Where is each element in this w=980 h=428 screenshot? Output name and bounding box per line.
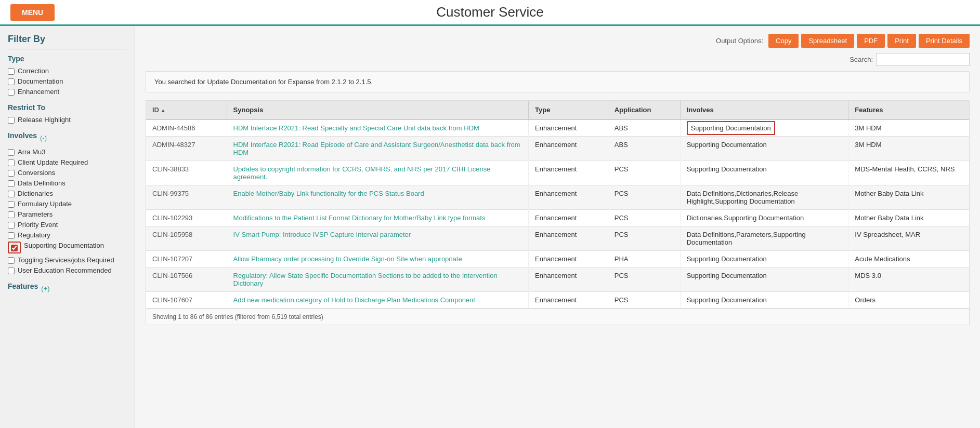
- row-id: CLIN-105958: [146, 226, 227, 251]
- sidebar-item-formulary-update[interactable]: Formulary Update: [8, 200, 127, 208]
- row-features: MDS-Mental Health, CCRS, NRS: [848, 161, 969, 185]
- sidebar-item-documentation[interactable]: Documentation: [8, 77, 127, 85]
- sidebar-item-dictionaries[interactable]: Dictionaries: [8, 190, 127, 197]
- regulatory-checkbox[interactable]: [8, 232, 15, 239]
- pdf-button[interactable]: PDF: [857, 34, 885, 48]
- correction-checkbox[interactable]: [8, 68, 15, 75]
- spreadsheet-button[interactable]: Spreadsheet: [801, 34, 854, 48]
- dictionaries-label: Dictionaries: [18, 190, 53, 197]
- release-highlight-checkbox[interactable]: [8, 117, 15, 124]
- row-application: ABS: [608, 119, 680, 137]
- features-modifier[interactable]: (+): [41, 285, 49, 292]
- synopsis-link[interactable]: Add new medication category of Hold to D…: [233, 296, 475, 304]
- search-input[interactable]: [876, 53, 970, 66]
- application-column-header[interactable]: Application: [608, 101, 680, 119]
- sidebar-item-enhancement[interactable]: Enhancement: [8, 88, 127, 96]
- row-type: Enhancement: [529, 185, 608, 210]
- row-synopsis: HDM Interface R2021: Read Episode of Car…: [227, 137, 528, 161]
- layout: Filter By Type Correction Documentation …: [0, 26, 980, 428]
- involves-heading: Involves: [8, 131, 37, 140]
- synopsis-link[interactable]: Updates to copyright information for CCR…: [233, 165, 491, 181]
- arra-mu3-checkbox[interactable]: [8, 149, 15, 156]
- row-synopsis: Allow Pharmacy order processing to Overr…: [227, 251, 528, 268]
- synopsis-link[interactable]: HDM Interface R2021: Read Specialty and …: [233, 124, 479, 132]
- output-options: Output Options: Copy Spreadsheet PDF Pri…: [146, 34, 970, 48]
- toggling-services-checkbox[interactable]: [8, 257, 15, 264]
- sidebar-item-release-highlight[interactable]: Release Highlight: [8, 116, 127, 124]
- priority-event-checkbox[interactable]: [8, 222, 15, 229]
- menu-button[interactable]: MENU: [10, 4, 55, 21]
- row-id: CLIN-99375: [146, 185, 227, 210]
- row-synopsis: IV Smart Pump: Introduce IVSP Capture In…: [227, 226, 528, 251]
- sidebar: Filter By Type Correction Documentation …: [0, 26, 135, 428]
- synopsis-link[interactable]: Modifications to the Patient List Format…: [233, 214, 486, 222]
- search-notice: You searched for Update Documentation fo…: [146, 71, 970, 92]
- table-scroll[interactable]: ID Synopsis Type Application Involves Fe…: [146, 101, 969, 309]
- conversions-checkbox[interactable]: [8, 170, 15, 177]
- copy-button[interactable]: Copy: [768, 34, 799, 48]
- type-column-header[interactable]: Type: [529, 101, 608, 119]
- synopsis-link[interactable]: Allow Pharmacy order processing to Overr…: [233, 255, 462, 263]
- sidebar-item-data-definitions[interactable]: Data Definitions: [8, 179, 127, 187]
- row-application: PCS: [608, 292, 680, 309]
- row-type: Enhancement: [529, 292, 608, 309]
- row-application: PHA: [608, 251, 680, 268]
- data-definitions-checkbox[interactable]: [8, 180, 15, 187]
- table-row: CLIN-102293Modifications to the Patient …: [146, 210, 969, 226]
- dictionaries-checkbox[interactable]: [8, 191, 15, 197]
- involves-modifier[interactable]: (-): [40, 134, 47, 142]
- table-row: ADMIN-44586HDM Interface R2021: Read Spe…: [146, 119, 969, 137]
- features-column-header[interactable]: Features: [848, 101, 969, 119]
- sidebar-item-priority-event[interactable]: Priority Event: [8, 221, 127, 229]
- data-definitions-label: Data Definitions: [18, 179, 66, 187]
- row-type: Enhancement: [529, 119, 608, 137]
- row-application: PCS: [608, 268, 680, 292]
- print-details-button[interactable]: Print Details: [919, 34, 970, 48]
- synopsis-link[interactable]: Regulatory: Allow State Specific Documen…: [233, 272, 498, 287]
- row-type: Enhancement: [529, 226, 608, 251]
- row-features: Orders: [848, 292, 969, 309]
- row-involves: Supporting Documentation: [680, 251, 848, 268]
- sidebar-item-user-education[interactable]: User Education Recommended: [8, 266, 127, 274]
- row-application: PCS: [608, 226, 680, 251]
- table-row: CLIN-105958IV Smart Pump: Introduce IVSP…: [146, 226, 969, 251]
- formulary-update-checkbox[interactable]: [8, 201, 15, 208]
- sidebar-item-supporting-documentation[interactable]: Supporting Documentation: [8, 242, 127, 253]
- synopsis-column-header[interactable]: Synopsis: [227, 101, 528, 119]
- search-bar: Search:: [146, 53, 970, 66]
- row-id: CLIN-107607: [146, 292, 227, 309]
- formulary-update-label: Formulary Update: [18, 200, 72, 208]
- id-column-header[interactable]: ID: [146, 101, 227, 119]
- documentation-checkbox[interactable]: [8, 78, 15, 85]
- synopsis-link[interactable]: IV Smart Pump: Introduce IVSP Capture In…: [233, 231, 411, 238]
- sidebar-item-client-update[interactable]: Client Update Required: [8, 158, 127, 166]
- user-education-label: User Education Recommended: [18, 266, 112, 274]
- print-button[interactable]: Print: [887, 34, 916, 48]
- synopsis-link[interactable]: Enable Mother/Baby Link functionality fo…: [233, 190, 424, 197]
- user-education-checkbox[interactable]: [8, 268, 15, 274]
- row-synopsis: HDM Interface R2021: Read Specialty and …: [227, 119, 528, 137]
- priority-event-label: Priority Event: [18, 221, 58, 229]
- client-update-checkbox[interactable]: [8, 159, 15, 166]
- synopsis-link[interactable]: HDM Interface R2021: Read Episode of Car…: [233, 141, 520, 156]
- row-type: Enhancement: [529, 137, 608, 161]
- sidebar-item-arra-mu3[interactable]: Arra Mu3: [8, 148, 127, 156]
- row-application: PCS: [608, 185, 680, 210]
- sidebar-item-regulatory[interactable]: Regulatory: [8, 231, 127, 239]
- supporting-documentation-checkbox[interactable]: [11, 245, 18, 251]
- features-header: Features (+): [8, 282, 127, 295]
- sidebar-item-parameters[interactable]: Parameters: [8, 210, 127, 218]
- table-row: CLIN-107566Regulatory: Allow State Speci…: [146, 268, 969, 292]
- arra-mu3-label: Arra Mu3: [18, 148, 45, 156]
- sidebar-item-toggling-services[interactable]: Toggling Services/jobs Required: [8, 256, 127, 264]
- type-heading: Type: [8, 55, 127, 63]
- parameters-checkbox[interactable]: [8, 211, 15, 218]
- enhancement-checkbox[interactable]: [8, 89, 15, 96]
- sidebar-item-correction[interactable]: Correction: [8, 67, 127, 75]
- row-involves: Dictionaries,Supporting Documentation: [680, 210, 848, 226]
- table-row: CLIN-107207Allow Pharmacy order processi…: [146, 251, 969, 268]
- involves-column-header[interactable]: Involves: [680, 101, 848, 119]
- row-synopsis: Add new medication category of Hold to D…: [227, 292, 528, 309]
- search-label: Search:: [850, 56, 873, 63]
- sidebar-item-conversions[interactable]: Conversions: [8, 169, 127, 177]
